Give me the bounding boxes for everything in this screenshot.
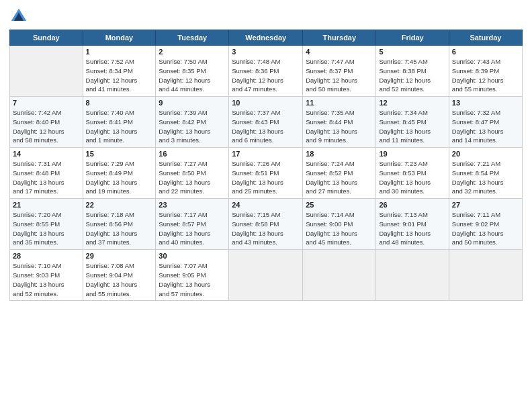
cell-info: Sunrise: 7:20 AM Sunset: 8:55 PM Dayligh… [13,210,80,247]
cell-info: Sunrise: 7:13 AM Sunset: 9:01 PM Dayligh… [379,210,445,247]
cell-day-number: 28 [13,252,80,260]
calendar-cell: 26Sunrise: 7:13 AM Sunset: 9:01 PM Dayli… [376,199,449,250]
cell-day-number: 8 [86,99,153,107]
cell-info: Sunrise: 7:27 AM Sunset: 8:50 PM Dayligh… [159,159,226,196]
calendar-cell: 10Sunrise: 7:37 AM Sunset: 8:43 PM Dayli… [229,97,303,148]
day-header-monday: Monday [83,30,156,46]
cell-info: Sunrise: 7:17 AM Sunset: 8:57 PM Dayligh… [159,210,226,247]
day-header-saturday: Saturday [449,30,522,46]
calendar-cell [229,250,303,301]
cell-day-number: 26 [379,201,445,209]
cell-day-number: 27 [452,201,519,209]
cell-day-number: 17 [232,150,300,158]
logo [9,7,30,26]
cell-info: Sunrise: 7:18 AM Sunset: 8:56 PM Dayligh… [86,210,153,247]
calendar-cell: 25Sunrise: 7:14 AM Sunset: 9:00 PM Dayli… [303,199,376,250]
calendar-cell: 21Sunrise: 7:20 AM Sunset: 8:55 PM Dayli… [10,199,83,250]
calendar-cell: 18Sunrise: 7:24 AM Sunset: 8:52 PM Dayli… [303,148,376,199]
cell-day-number: 25 [306,201,373,209]
calendar-cell: 28Sunrise: 7:10 AM Sunset: 9:03 PM Dayli… [10,250,83,301]
calendar-cell: 9Sunrise: 7:39 AM Sunset: 8:42 PM Daylig… [156,97,229,148]
header [9,7,523,26]
cell-day-number: 23 [159,201,226,209]
calendar-cell: 12Sunrise: 7:34 AM Sunset: 8:45 PM Dayli… [376,97,449,148]
calendar-cell: 16Sunrise: 7:27 AM Sunset: 8:50 PM Dayli… [156,148,229,199]
calendar-cell: 30Sunrise: 7:07 AM Sunset: 9:05 PM Dayli… [156,250,229,301]
calendar-cell [376,250,449,301]
calendar-week-3: 14Sunrise: 7:31 AM Sunset: 8:48 PM Dayli… [10,148,523,199]
day-header-friday: Friday [376,30,449,46]
cell-info: Sunrise: 7:40 AM Sunset: 8:41 PM Dayligh… [86,108,153,145]
cell-day-number: 20 [452,150,519,158]
cell-day-number: 2 [159,48,226,56]
calendar-cell: 27Sunrise: 7:11 AM Sunset: 9:02 PM Dayli… [449,199,522,250]
cell-info: Sunrise: 7:07 AM Sunset: 9:05 PM Dayligh… [159,261,226,298]
cell-info: Sunrise: 7:52 AM Sunset: 8:34 PM Dayligh… [86,57,153,94]
calendar-week-1: 1Sunrise: 7:52 AM Sunset: 8:34 PM Daylig… [10,46,523,97]
day-header-wednesday: Wednesday [229,30,303,46]
cell-info: Sunrise: 7:23 AM Sunset: 8:53 PM Dayligh… [379,159,445,196]
calendar-table: SundayMondayTuesdayWednesdayThursdayFrid… [9,30,523,301]
cell-day-number: 5 [379,48,445,56]
cell-day-number: 30 [159,252,226,260]
day-header-tuesday: Tuesday [156,30,229,46]
calendar-cell: 2Sunrise: 7:50 AM Sunset: 8:35 PM Daylig… [156,46,229,97]
calendar-cell: 15Sunrise: 7:29 AM Sunset: 8:49 PM Dayli… [83,148,156,199]
cell-day-number: 7 [13,99,80,107]
calendar-cell: 3Sunrise: 7:48 AM Sunset: 8:36 PM Daylig… [229,46,303,97]
cell-info: Sunrise: 7:31 AM Sunset: 8:48 PM Dayligh… [13,159,80,196]
cell-day-number: 14 [13,150,80,158]
calendar-cell: 11Sunrise: 7:35 AM Sunset: 8:44 PM Dayli… [303,97,376,148]
cell-day-number: 22 [86,201,153,209]
cell-info: Sunrise: 7:35 AM Sunset: 8:44 PM Dayligh… [306,108,373,145]
calendar-cell: 20Sunrise: 7:21 AM Sunset: 8:54 PM Dayli… [449,148,522,199]
cell-day-number: 12 [379,99,445,107]
calendar-header-row: SundayMondayTuesdayWednesdayThursdayFrid… [10,30,523,46]
cell-day-number: 19 [379,150,445,158]
cell-info: Sunrise: 7:21 AM Sunset: 8:54 PM Dayligh… [452,159,519,196]
day-header-thursday: Thursday [303,30,376,46]
cell-info: Sunrise: 7:10 AM Sunset: 9:03 PM Dayligh… [13,261,80,298]
cell-info: Sunrise: 7:37 AM Sunset: 8:43 PM Dayligh… [232,108,300,145]
cell-day-number: 3 [232,48,300,56]
calendar-cell: 29Sunrise: 7:08 AM Sunset: 9:04 PM Dayli… [83,250,156,301]
calendar-cell: 4Sunrise: 7:47 AM Sunset: 8:37 PM Daylig… [303,46,376,97]
cell-day-number: 24 [232,201,300,209]
cell-day-number: 29 [86,252,153,260]
cell-day-number: 21 [13,201,80,209]
calendar-cell: 5Sunrise: 7:45 AM Sunset: 8:38 PM Daylig… [376,46,449,97]
calendar-cell: 13Sunrise: 7:32 AM Sunset: 8:47 PM Dayli… [449,97,522,148]
cell-day-number: 1 [86,48,153,56]
calendar-cell: 6Sunrise: 7:43 AM Sunset: 8:39 PM Daylig… [449,46,522,97]
page: SundayMondayTuesdayWednesdayThursdayFrid… [0,0,532,411]
cell-info: Sunrise: 7:26 AM Sunset: 8:51 PM Dayligh… [232,159,300,196]
calendar-cell: 17Sunrise: 7:26 AM Sunset: 8:51 PM Dayli… [229,148,303,199]
calendar-cell: 23Sunrise: 7:17 AM Sunset: 8:57 PM Dayli… [156,199,229,250]
cell-info: Sunrise: 7:50 AM Sunset: 8:35 PM Dayligh… [159,57,226,94]
calendar-cell: 1Sunrise: 7:52 AM Sunset: 8:34 PM Daylig… [83,46,156,97]
cell-info: Sunrise: 7:15 AM Sunset: 8:58 PM Dayligh… [232,210,300,247]
cell-info: Sunrise: 7:43 AM Sunset: 8:39 PM Dayligh… [452,57,519,94]
calendar-cell: 14Sunrise: 7:31 AM Sunset: 8:48 PM Dayli… [10,148,83,199]
calendar-week-2: 7Sunrise: 7:42 AM Sunset: 8:40 PM Daylig… [10,97,523,148]
cell-info: Sunrise: 7:29 AM Sunset: 8:49 PM Dayligh… [86,159,153,196]
logo-icon [9,7,28,26]
calendar-week-5: 28Sunrise: 7:10 AM Sunset: 9:03 PM Dayli… [10,250,523,301]
cell-info: Sunrise: 7:14 AM Sunset: 9:00 PM Dayligh… [306,210,373,247]
day-header-sunday: Sunday [10,30,83,46]
calendar-cell [10,46,83,97]
cell-info: Sunrise: 7:24 AM Sunset: 8:52 PM Dayligh… [306,159,373,196]
cell-info: Sunrise: 7:48 AM Sunset: 8:36 PM Dayligh… [232,57,300,94]
calendar-cell: 24Sunrise: 7:15 AM Sunset: 8:58 PM Dayli… [229,199,303,250]
cell-info: Sunrise: 7:42 AM Sunset: 8:40 PM Dayligh… [13,108,80,145]
cell-day-number: 9 [159,99,226,107]
cell-day-number: 11 [306,99,373,107]
calendar-cell [449,250,522,301]
cell-info: Sunrise: 7:47 AM Sunset: 8:37 PM Dayligh… [306,57,373,94]
calendar-week-4: 21Sunrise: 7:20 AM Sunset: 8:55 PM Dayli… [10,199,523,250]
cell-day-number: 4 [306,48,373,56]
cell-info: Sunrise: 7:08 AM Sunset: 9:04 PM Dayligh… [86,261,153,298]
calendar-cell: 19Sunrise: 7:23 AM Sunset: 8:53 PM Dayli… [376,148,449,199]
cell-info: Sunrise: 7:45 AM Sunset: 8:38 PM Dayligh… [379,57,445,94]
cell-day-number: 18 [306,150,373,158]
